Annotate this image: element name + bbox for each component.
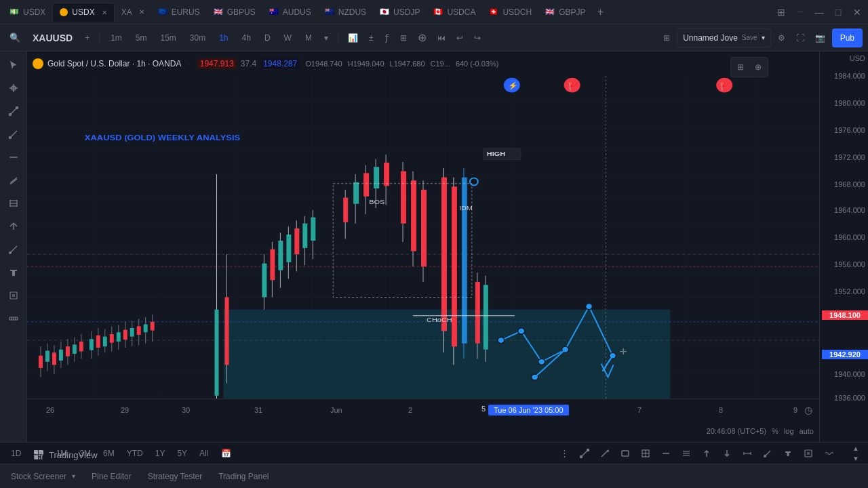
user-menu-button[interactable]: Unnamed Jove Save ▾ xyxy=(677,28,771,47)
publish-button[interactable]: Pub xyxy=(832,28,863,47)
period-ytd[interactable]: YTD xyxy=(121,445,149,462)
tab-minimize-button[interactable]: — xyxy=(811,4,827,20)
bottom-tool-note[interactable] xyxy=(799,444,818,463)
tab-usdx1[interactable]: 💵 USDX xyxy=(3,3,52,22)
tab-usdx2-icon xyxy=(60,8,68,16)
save-label: Save xyxy=(742,34,757,41)
interval-4h[interactable]: 4h xyxy=(237,28,256,47)
period-1y[interactable]: 1Y xyxy=(150,445,171,462)
tab-xa[interactable]: XA ✕ xyxy=(115,3,151,22)
bottom-tool-wave[interactable] xyxy=(819,444,838,463)
add-tab-button[interactable]: + xyxy=(592,4,608,20)
tab-nzdus[interactable]: 🇳🇿 NZDUS xyxy=(318,3,373,22)
period-5y[interactable]: 5Y xyxy=(172,445,193,462)
bottom-tool-arrow-down[interactable] xyxy=(717,444,736,463)
interval-30m[interactable]: 30m xyxy=(184,28,211,47)
expand-down-button[interactable]: ▼ xyxy=(849,453,863,463)
bottom-tool-measure[interactable] xyxy=(738,444,757,463)
svg-rect-78 xyxy=(117,332,121,342)
redo-button[interactable]: ↪ xyxy=(470,28,485,47)
svg-rect-179 xyxy=(805,450,812,457)
interval-5m[interactable]: 5m xyxy=(130,28,153,47)
tab-usdca[interactable]: 🇨🇦 USDCA xyxy=(427,3,482,22)
interval-1h[interactable]: 1h xyxy=(214,28,233,47)
tab-usdx2-close[interactable]: ✕ xyxy=(102,9,107,16)
tab-nzdus-flag: 🇳🇿 xyxy=(325,7,334,16)
bottom-tool-dots[interactable]: ⋮ xyxy=(555,444,574,463)
interval-15m[interactable]: 15m xyxy=(155,28,181,47)
bottom-tool-rect[interactable] xyxy=(616,444,635,463)
settings-button[interactable]: ⚙ xyxy=(774,28,789,47)
snapshot-button[interactable]: 📷 xyxy=(811,28,829,47)
add-symbol-button[interactable]: + xyxy=(81,28,94,47)
svg-rect-114 xyxy=(374,167,379,188)
bottom-tool-hline[interactable] xyxy=(656,444,675,463)
fullscreen-button[interactable]: ⛶ xyxy=(792,28,808,47)
time-labels: 26 29 30 31 Jun 2 Tue 06 Jun '23 05:00 5… xyxy=(27,399,819,421)
tab-close-button[interactable]: ✕ xyxy=(849,4,865,20)
log-toggle[interactable]: log xyxy=(784,427,794,435)
interval-w[interactable]: W xyxy=(279,28,297,47)
bottom-tool-text[interactable] xyxy=(778,444,797,463)
bottom-tool-arrow-up[interactable] xyxy=(697,444,716,463)
alert-button[interactable]: ⊕ xyxy=(414,28,431,47)
note-tool[interactable] xyxy=(3,285,24,306)
expand-up-button[interactable]: ▲ xyxy=(849,443,863,453)
tab-more-button[interactable]: ··· xyxy=(792,4,808,20)
bottom-tool-multi[interactable] xyxy=(677,444,696,463)
stock-screener-button[interactable]: Stock Screener ▾ xyxy=(5,467,81,486)
period-all[interactable]: All xyxy=(194,445,214,462)
bottom-tool-ray[interactable] xyxy=(595,444,614,463)
symbol-selector[interactable]: XAUUSD xyxy=(27,28,78,47)
time-2: 2 xyxy=(408,406,412,414)
layout-button[interactable]: ⊞ xyxy=(659,28,674,47)
chart-area[interactable]: Gold Spot / U.S. Dollar · 1h · OANDA · 1… xyxy=(27,52,819,442)
pine-editor-button[interactable]: Pine Editor xyxy=(86,467,137,486)
trend-line-tool[interactable] xyxy=(3,100,24,122)
fib-tool[interactable] xyxy=(3,192,24,214)
tab-audus[interactable]: 🇦🇺 AUDUS xyxy=(262,3,318,22)
undo-button[interactable]: ↩ xyxy=(452,28,467,47)
compare-button[interactable]: ± xyxy=(365,28,378,47)
template-button[interactable]: ⊞ xyxy=(396,28,411,47)
toolbar-right: ⊞ Unnamed Jove Save ▾ ⚙ ⛶ 📷 Pub xyxy=(659,28,863,47)
brush-tool[interactable] xyxy=(3,239,24,260)
interval-more-button[interactable]: ▾ xyxy=(320,28,332,47)
tab-eurus[interactable]: 🇪🇺 EURUS xyxy=(151,3,207,22)
replay-button[interactable]: ⏮ xyxy=(433,28,450,47)
bottom-tool-line[interactable] xyxy=(575,444,594,463)
tab-usdjp[interactable]: 🇯🇵 USDJP xyxy=(373,3,427,22)
tab-layout-button[interactable]: ⊞ xyxy=(773,4,789,20)
crosshair-tool[interactable] xyxy=(3,77,24,99)
tab-maximize-button[interactable]: □ xyxy=(830,4,846,20)
chart-type-button[interactable]: 📊 xyxy=(344,28,362,47)
interval-d[interactable]: D xyxy=(259,28,276,47)
period-1d[interactable]: 1D xyxy=(5,445,26,462)
bottom-tool-grid[interactable] xyxy=(636,444,655,463)
ray-tool[interactable] xyxy=(3,123,24,145)
strategy-tester-button[interactable]: Strategy Tester xyxy=(142,467,208,486)
bottom-tool-brush[interactable] xyxy=(758,444,777,463)
price-1964: 1964.000 xyxy=(834,206,865,214)
tab-usdch[interactable]: 🇨🇭 USDCH xyxy=(482,3,538,22)
tab-xa-close[interactable]: ✕ xyxy=(139,8,144,16)
pitchfork-tool[interactable] xyxy=(3,216,24,237)
calendar-icon[interactable]: ◷ xyxy=(804,405,812,415)
text-tool[interactable] xyxy=(3,262,24,283)
calendar-range-button[interactable]: 📅 xyxy=(218,445,234,462)
interval-1m[interactable]: 1m xyxy=(105,28,127,47)
auto-toggle[interactable]: auto xyxy=(800,427,814,435)
indicator-button[interactable]: ƒ xyxy=(380,28,393,47)
tab-usdx2[interactable]: USDX ✕ xyxy=(52,3,114,22)
trading-panel-button[interactable]: Trading Panel xyxy=(213,467,274,486)
horizontal-line-tool[interactable] xyxy=(3,146,24,168)
measure-tool[interactable] xyxy=(3,308,24,329)
channel-tool[interactable] xyxy=(3,169,24,191)
interval-m[interactable]: M xyxy=(300,28,317,47)
price-axis: USD 1984.000 1980.000 1976.000 1972.000 … xyxy=(819,52,868,442)
search-button[interactable]: 🔍 xyxy=(5,28,24,47)
tab-gbpjp[interactable]: 🇬🇧 GBPJP xyxy=(538,3,592,22)
period-6m[interactable]: 6M xyxy=(98,445,120,462)
tab-gbpus[interactable]: 🇬🇧 GBPUS xyxy=(207,3,262,22)
cursor-tool[interactable] xyxy=(3,54,24,76)
